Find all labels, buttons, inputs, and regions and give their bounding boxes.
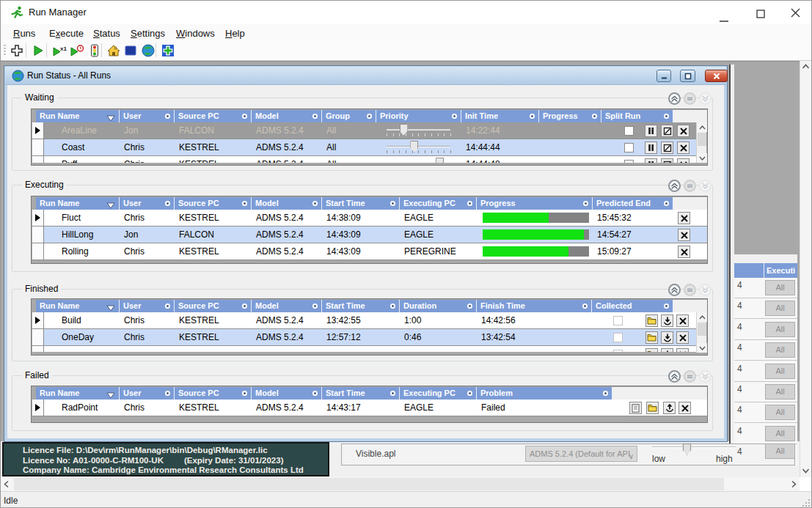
column-header-executing-pc[interactable]: Executing PC	[400, 387, 477, 400]
group-all-button[interactable]: All	[765, 280, 795, 295]
group-all-button[interactable]: All	[765, 342, 795, 358]
column-header-source-pc[interactable]: Source PC	[175, 110, 252, 122]
group-all-button[interactable]: All	[765, 364, 795, 379]
open-folder-button[interactable]	[645, 314, 658, 327]
collect-run-button[interactable]	[661, 331, 673, 344]
menu-status[interactable]: Status	[90, 26, 123, 40]
collapse-up-button[interactable]	[668, 180, 681, 192]
delete-run-button[interactable]	[676, 348, 689, 352]
menu-execute[interactable]: Execute	[46, 26, 87, 40]
stop-run-button[interactable]	[678, 246, 690, 258]
column-header-progress[interactable]: Progress	[477, 197, 593, 210]
pause-run-button[interactable]	[645, 125, 657, 137]
maximize-button[interactable]	[756, 8, 765, 21]
finished-row-2[interactable]	[32, 346, 698, 352]
view-log-button[interactable]	[629, 402, 642, 414]
waiting-row-Coast[interactable]: CoastChrisKESTRELADMS 5.2.4All14:44:44	[32, 139, 698, 156]
column-header-run-name[interactable]: Run Name	[36, 197, 120, 210]
column-header-finish-time[interactable]: Finish Time	[477, 300, 592, 312]
executing-row-Rolling[interactable]: RollingChrisKESTRELADMS 5.2.414:43:09PER…	[32, 243, 707, 260]
column-header-predicted-end[interactable]: Predicted End	[593, 197, 673, 210]
column-header-run-name[interactable]: Run Name	[36, 300, 120, 312]
delete-run-button[interactable]	[679, 402, 691, 414]
open-folder-button[interactable]	[646, 402, 659, 414]
split_run-checkbox[interactable]	[624, 160, 634, 163]
column-header-model[interactable]: Model	[252, 197, 322, 210]
collect-run-button[interactable]	[661, 314, 673, 327]
executing-row-Fluct[interactable]: FluctChrisKESTRELADMS 5.2.414:38:09EAGLE…	[32, 210, 707, 227]
column-header-priority[interactable]: Priority	[376, 110, 461, 122]
menu-help[interactable]: Help	[222, 26, 248, 40]
start-run-x1-icon[interactable]: x1	[51, 43, 68, 59]
traffic-light-icon[interactable]	[86, 43, 103, 59]
column-header-start-time[interactable]: Start Time	[322, 197, 400, 210]
column-header-group[interactable]: Group	[322, 110, 376, 122]
split_run-checkbox[interactable]	[624, 126, 634, 136]
menu-runs[interactable]: Runs	[10, 26, 38, 40]
collected-checkbox[interactable]	[613, 350, 623, 352]
delete-run-button[interactable]	[677, 141, 690, 154]
menu-windows[interactable]: Windows	[173, 26, 218, 40]
stop-icon[interactable]	[122, 43, 139, 59]
close-button[interactable]	[791, 7, 800, 21]
finished-row-Build[interactable]: BuildChrisKESTRELADMS 5.2.413:42:551:001…	[32, 312, 698, 329]
group-all-button[interactable]: All	[765, 301, 795, 316]
collapse-restore-button[interactable]	[684, 180, 696, 192]
column-header-split-run[interactable]: Split Run	[601, 110, 673, 122]
collapse-restore-button[interactable]	[684, 284, 696, 296]
column-header-model[interactable]: Model	[252, 387, 322, 400]
group-all-button[interactable]: All	[765, 384, 795, 400]
collapse-down-button[interactable]	[699, 92, 712, 105]
edit-run-button[interactable]	[661, 158, 673, 163]
resize-grip[interactable]	[802, 498, 811, 508]
finished-scrollbar[interactable]	[696, 312, 706, 353]
globe-icon[interactable]	[139, 43, 157, 59]
executing-row-HillLong[interactable]: HillLongJonFALCONADMS 5.2.414:43:09EAGLE…	[32, 227, 707, 243]
delete-run-button[interactable]	[676, 331, 689, 344]
start-run-icon[interactable]	[29, 43, 47, 59]
new-run-icon[interactable]	[8, 43, 26, 59]
waiting-scrollbar[interactable]	[696, 122, 706, 163]
group-all-button[interactable]: All	[765, 322, 795, 337]
collapse-up-button[interactable]	[668, 284, 681, 296]
minimize-button[interactable]	[720, 12, 728, 25]
dialog-minimize-button[interactable]	[656, 70, 671, 82]
column-header-user[interactable]: User	[120, 110, 175, 122]
collapse-up-button[interactable]	[668, 92, 681, 105]
column-header-progress[interactable]: Progress	[539, 110, 601, 122]
column-header-user[interactable]: User	[120, 387, 175, 400]
resubmit-run-button[interactable]	[663, 402, 676, 414]
home-icon[interactable]	[105, 43, 122, 59]
group-all-button[interactable]: All	[765, 426, 795, 441]
start-run-scheduled-icon[interactable]	[68, 43, 86, 59]
column-header-source-pc[interactable]: Source PC	[175, 387, 252, 400]
collapse-restore-button[interactable]	[684, 92, 696, 105]
open-folder-button[interactable]	[645, 331, 658, 344]
collapse-down-button[interactable]	[699, 284, 712, 296]
vertical-scrollbar[interactable]	[800, 61, 812, 477]
column-header-duration[interactable]: Duration	[400, 300, 477, 312]
column-header-source-pc[interactable]: Source PC	[175, 197, 252, 210]
column-header-model[interactable]: Model	[252, 300, 322, 312]
model-dropdown[interactable]: ADMS 5.2.4 (Default for API∨	[525, 446, 637, 462]
column-header-init-time[interactable]: Init Time	[461, 110, 539, 122]
pause-run-button[interactable]	[645, 141, 657, 154]
collapse-restore-button[interactable]	[684, 370, 696, 383]
priority-slider[interactable]	[377, 156, 462, 163]
adms-model-icon[interactable]	[159, 43, 177, 59]
edit-run-button[interactable]	[661, 125, 673, 137]
column-header-run-name[interactable]: Run Name	[36, 387, 120, 400]
column-header-collected[interactable]: Collected	[592, 300, 673, 312]
dialog-restore-button[interactable]	[680, 70, 695, 82]
finished-row-OneDay[interactable]: OneDayChrisKESTRELADMS 5.2.412:57:120:46…	[32, 329, 698, 346]
collected-checkbox[interactable]	[613, 333, 623, 342]
waiting-row-AreaLine[interactable]: AreaLineJonFALCONADMS 5.2.4All14:22:44	[32, 122, 698, 139]
group-all-button[interactable]: All	[765, 443, 795, 459]
collapse-down-button[interactable]	[699, 180, 712, 192]
collapse-up-button[interactable]	[668, 370, 681, 383]
split_run-checkbox[interactable]	[624, 143, 634, 152]
group-all-button[interactable]: All	[765, 405, 795, 420]
collected-checkbox[interactable]	[613, 316, 623, 325]
delete-run-button[interactable]	[677, 158, 690, 163]
collapse-down-button[interactable]	[699, 370, 712, 383]
